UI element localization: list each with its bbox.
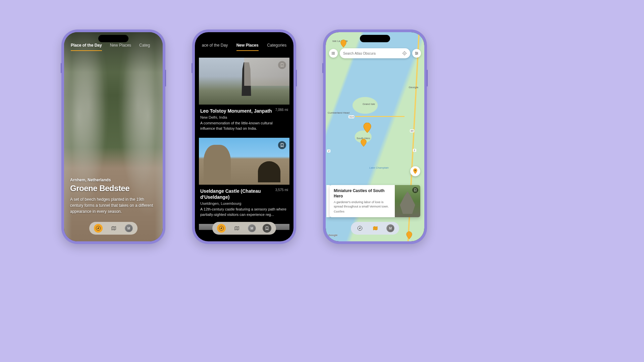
nav-profile-button[interactable]: M [248, 224, 256, 232]
nav-explore-button[interactable] [356, 224, 364, 233]
map-card-body: Miniature Castles of South Hero A garden… [330, 185, 395, 217]
nav-profile-button[interactable]: M [386, 224, 394, 232]
place-title: Groene Bedstee [70, 184, 157, 193]
phone-mockup-2: ace of the Day New Places Categories Leo… [192, 29, 296, 244]
place-image-monument [199, 58, 289, 105]
map-place-card[interactable]: Miniature Castles of South Hero A garden… [330, 185, 420, 217]
nav-profile-button[interactable]: M [125, 224, 133, 232]
map-label-georgia: Georgia [409, 86, 418, 89]
screen-map: Isle La Motte North Hero Georgia Grand I… [326, 32, 424, 241]
place-card[interactable]: Useldange Castle (Chateau d'Useldange) 3… [199, 138, 289, 217]
map-marker-primary[interactable] [363, 123, 371, 133]
tab-new-places[interactable]: New Places [110, 43, 131, 51]
map-icon [111, 226, 116, 231]
compass-icon [357, 226, 363, 231]
sliders-icon [415, 51, 419, 55]
phone-mockup-1: Place of the Day New Places Categ Arnhem… [61, 29, 165, 244]
top-tabs: ace of the Day New Places Categories [195, 43, 293, 51]
map-card-title: Miniature Castles of South Hero [334, 188, 391, 199]
svg-point-10 [417, 53, 418, 54]
map-label-lake-champlain: Lake Champlain [369, 166, 389, 169]
list-view-button[interactable] [329, 49, 338, 58]
map-card-image [395, 185, 420, 217]
screen-new-places: ace of the Day New Places Categories Leo… [195, 32, 293, 241]
map-search-row [329, 48, 421, 58]
map-route-314: 314 [348, 115, 354, 118]
tab-categories[interactable]: Categ [139, 43, 150, 51]
nav-map-button[interactable] [232, 224, 241, 233]
map-label-grand-isle: Grand Isle [363, 103, 375, 106]
places-list[interactable]: Leo Tolstoy Monument, Janpath 7,066 mi N… [199, 58, 289, 241]
device-notch [360, 35, 390, 42]
map-marker[interactable] [406, 231, 412, 239]
nav-bookmarks-button[interactable] [263, 224, 271, 233]
screen-place-of-day: Place of the Day New Places Categ Arnhem… [64, 32, 163, 241]
svg-point-4 [331, 52, 332, 52]
place-card-title: Useldange Castle (Chateau d'Useldange) [200, 188, 272, 200]
search-input[interactable] [343, 52, 402, 55]
map-card-category: Castles [334, 210, 391, 213]
svg-point-8 [404, 53, 405, 54]
nav-explore-button[interactable] [217, 224, 226, 233]
place-card[interactable]: Leo Tolstoy Monument, Janpath 7,066 mi N… [199, 58, 289, 131]
map-road [355, 116, 405, 117]
svg-marker-3 [220, 227, 222, 229]
place-card-distance: 3,575 mi [275, 188, 288, 192]
bookmark-button[interactable] [278, 141, 286, 149]
bookmark-icon [265, 226, 269, 230]
tab-place-of-day[interactable]: ace of the Day [202, 43, 228, 51]
svg-point-6 [331, 54, 332, 54]
search-box[interactable] [340, 48, 410, 58]
filter-button[interactable] [412, 49, 421, 58]
bottom-nav: M [212, 222, 276, 235]
map-label-cumberland-head: Cumberland Head [328, 111, 350, 114]
place-location: Arnhem, Netherlands [70, 178, 157, 182]
locate-icon[interactable] [402, 51, 407, 56]
bookmark-button[interactable] [412, 187, 418, 193]
place-card-location: Useldingen, Luxembourg [200, 201, 288, 205]
map-route-2: 2 [413, 149, 416, 152]
nav-map-button[interactable] [371, 224, 380, 233]
bookmark-icon [414, 188, 417, 192]
place-card-location: New Delhi, India [200, 115, 288, 119]
bottom-nav: M [89, 222, 138, 235]
bookmark-icon [280, 63, 284, 67]
bottom-nav: M [351, 222, 399, 235]
place-card-distance: 7,066 mi [275, 108, 288, 112]
list-icon [331, 51, 335, 55]
nav-map-button[interactable] [109, 224, 118, 233]
compass-icon [219, 226, 224, 231]
place-description: A set of beech hedges planted in the 19t… [70, 196, 157, 215]
compass-icon [96, 226, 101, 231]
google-attribution: Google [328, 234, 338, 237]
map-icon [234, 226, 239, 231]
tab-categories[interactable]: Categories [267, 43, 286, 51]
map-marker[interactable] [340, 40, 346, 48]
nav-explore-button[interactable] [94, 224, 103, 233]
svg-point-5 [331, 53, 332, 53]
map-route-89: 89 [410, 129, 414, 132]
tab-place-of-day[interactable]: Place of the Day [71, 43, 102, 51]
svg-marker-13 [359, 227, 361, 229]
map-marker[interactable] [361, 139, 367, 147]
svg-point-9 [416, 52, 416, 53]
place-info: Arnhem, Netherlands Groene Bedstee A set… [70, 178, 157, 215]
device-notch [98, 35, 128, 42]
map-card-description: A gardener's enduring labor of love is s… [334, 200, 391, 208]
place-card-body: Leo Tolstoy Monument, Janpath 7,066 mi N… [199, 105, 289, 131]
map-route-2: 2 [327, 149, 330, 153]
device-notch [229, 35, 259, 42]
add-place-button[interactable] [410, 166, 420, 176]
bookmark-button[interactable] [278, 61, 286, 69]
place-image-castle [199, 138, 289, 185]
place-card-description: A commemoration of the little-known cult… [200, 121, 288, 131]
phone-mockup-3: Isle La Motte North Hero Georgia Grand I… [323, 29, 427, 244]
bookmark-icon [280, 143, 284, 147]
tab-new-places[interactable]: New Places [236, 43, 259, 51]
place-card-body: Useldange Castle (Chateau d'Useldange) 3… [199, 185, 289, 217]
svg-point-11 [416, 54, 416, 55]
top-tabs: Place of the Day New Places Categ [64, 43, 163, 51]
place-card-description: A 12th-century castle featuring a sensor… [200, 207, 288, 217]
marker-plus-icon [413, 168, 418, 175]
place-card-title: Leo Tolstoy Monument, Janpath [200, 108, 272, 114]
